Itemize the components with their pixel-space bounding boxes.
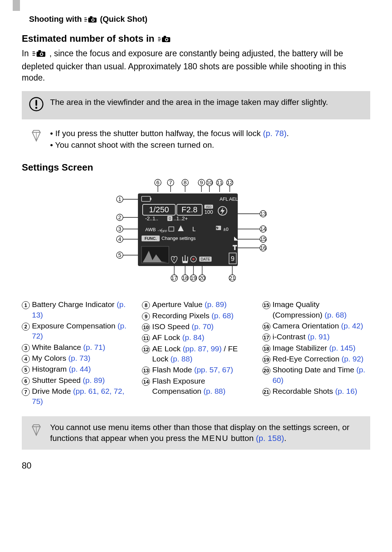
svg-rect-110 [183,261,188,263]
diagram-callouts-left: 1 2 3 4 5 [117,196,138,258]
svg-text:12: 12 [227,179,233,185]
diagram-callouts-right: 13 14 15 16 [238,210,266,251]
pencil-icon [29,128,44,144]
svg-text:0: 0 [169,216,171,221]
svg-text:3: 3 [118,226,121,232]
svg-point-112 [192,258,195,260]
svg-text:AWB: AWB [145,227,156,232]
svg-rect-1 [90,16,93,18]
svg-rect-5 [163,36,166,37]
svg-text:17: 17 [171,275,177,281]
page-link[interactable]: (p. 68) [324,311,347,319]
menu-button-label: MENU [202,434,229,443]
svg-text:5: 5 [118,252,121,258]
svg-text:i: i [173,258,174,261]
settings-screen-diagram: 6 7 8 9 10 11 12 1 2 3 4 5 13 14 15 [111,178,281,291]
page-link[interactable]: (p. 145) [329,344,355,352]
page-header: Shooting with (Quick Shot) [29,15,370,24]
page-link[interactable]: (pp. 87, 99) [183,344,221,353]
svg-text:AEL: AEL [229,196,238,202]
svg-text:14: 14 [260,226,266,232]
svg-rect-9 [38,50,41,52]
svg-text:16: 16 [260,245,266,251]
warning-box: The area in the viewfinder and the area … [22,91,370,119]
svg-text:9: 9 [231,255,234,262]
page-link[interactable]: (p. 44) [69,365,91,373]
warning-text: The area in the viewfinder and the area … [50,97,328,108]
svg-text:1: 1 [118,196,121,202]
svg-text:±0: ±0 [223,226,228,232]
svg-text:..1..2+: ..1..2+ [173,216,188,221]
quick-shot-icon [158,34,171,43]
svg-text:AFL: AFL [220,196,228,202]
svg-point-7 [166,38,167,40]
svg-point-3 [92,19,94,21]
page-link[interactable]: (p. 89) [205,300,227,308]
page-link[interactable]: (pp. 57, 67) [194,365,233,374]
svg-text:9: 9 [200,179,203,185]
svg-text:FUNC.: FUNC. [144,236,157,241]
svg-point-14 [35,107,37,109]
pencil-icon [29,422,44,439]
bottom-note-text: You cannot use menu items other than tho… [50,422,363,444]
page-tab [13,0,20,11]
svg-text:13: 13 [260,210,266,217]
svg-text:F2.8: F2.8 [181,205,197,214]
svg-text:20: 20 [199,275,205,281]
svg-text:2: 2 [118,214,121,220]
page-link[interactable]: (p. 78) [263,129,287,138]
page-number: 80 [22,461,370,471]
bottom-note-box: You cannot use menu items other than tho… [22,416,370,450]
svg-text:OFF: OFF [161,229,167,233]
estimated-shots-paragraph: In , since the focus and exposure are co… [22,48,370,84]
page-link[interactable]: (p. 71) [83,343,105,351]
tips-box: If you press the shutter button halfway,… [22,125,370,156]
page-link[interactable]: (p. 70) [192,322,214,331]
svg-text:-2..1..: -2..1.. [145,216,158,221]
svg-text:11: 11 [217,179,223,185]
page-link[interactable]: (p. 158) [256,434,284,443]
svg-text:21: 21 [229,275,236,281]
svg-text:6: 6 [156,179,159,185]
quick-shot-icon [31,50,49,60]
header-prefix: Shooting with [29,15,82,24]
svg-rect-13 [36,100,37,106]
svg-text:8: 8 [184,179,187,185]
tip-line-1: If you press the shutter button halfway,… [50,128,289,139]
header-suffix: (Quick Shot) [100,15,147,24]
svg-text:19: 19 [191,275,197,281]
page-link[interactable]: (p. 68) [212,311,234,320]
page-link[interactable]: (p. 89) [83,376,105,384]
section-heading-estimated-shots: Estimated number of shots in [22,33,370,44]
legend-number: 1 [22,301,30,309]
page-link[interactable]: (p. 84) [182,333,204,342]
svg-text:7: 7 [169,179,172,185]
svg-point-11 [40,53,42,55]
page-link[interactable]: (p. 91) [308,332,330,341]
tip-line-2: You cannot shoot with the screen turned … [50,139,289,151]
svg-text:ISO: ISO [206,205,212,209]
diagram-callouts-bottom: 17 18 19 20 21 [171,265,236,281]
svg-text:10: 10 [207,179,213,185]
diagram-callouts-top: 6 7 8 9 10 11 12 [155,179,233,192]
svg-rect-80 [150,198,151,200]
svg-text:18: 18 [182,275,188,281]
svg-text:4: 4 [118,236,121,242]
legend: 1Battery Charge Indicator (p. 13) 2Expos… [22,299,370,407]
svg-text:1/250: 1/250 [149,205,169,214]
svg-text:100: 100 [204,209,213,215]
page-link[interactable]: (p. 88) [171,355,193,363]
page-link[interactable]: (p. 88) [204,387,226,395]
svg-text:Change settings: Change settings [162,236,196,241]
page-link[interactable]: (p. 73) [68,354,90,362]
svg-text:◣: ◣ [234,235,238,241]
page-link[interactable]: (p. 42) [341,322,363,330]
svg-text:15: 15 [260,236,266,242]
svg-rect-107 [233,245,237,246]
page-link[interactable]: (p. 92) [342,355,364,363]
quick-shot-icon [84,15,98,24]
svg-text:DATE: DATE [201,257,210,261]
page-link[interactable]: (p. 16) [335,387,357,395]
section-heading-settings-screen: Settings Screen [22,162,370,173]
caution-icon [29,97,44,114]
